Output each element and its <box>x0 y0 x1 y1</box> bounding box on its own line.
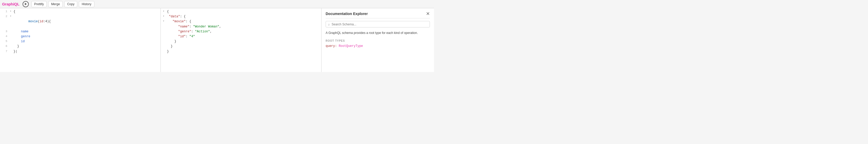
editor-line-3: 3 xxxxname <box>0 29 160 34</box>
editor-panel[interactable]: 1 ▾ { 2 ▾ movie(id:4){ 3 xxxxname 4 xxxx… <box>0 8 161 72</box>
history-button[interactable]: History <box>79 1 94 7</box>
doc-search-bar[interactable]: ⌕ <box>326 21 430 28</box>
result-line-4: xxxxxx"name": "Wonder Woman", <box>161 24 321 29</box>
result-panel: ▾ { ▾ x"data": { ▾ xxx"movie": { xxxxxx"… <box>161 8 321 72</box>
run-button[interactable] <box>23 1 29 7</box>
result-line-1: ▾ { <box>161 9 321 14</box>
search-input[interactable] <box>332 23 428 26</box>
query-type-link[interactable]: RootQueryType <box>339 44 363 48</box>
close-button[interactable]: ✕ <box>426 11 430 16</box>
toolbar: GraphiQL Prettify Merge Copy History <box>0 0 434 8</box>
copy-button[interactable]: Copy <box>64 1 77 7</box>
editor-line-6: 6 xx} <box>0 44 160 49</box>
doc-header: Documentation Explorer ✕ <box>326 11 430 19</box>
result-line-9: } <box>161 49 321 54</box>
doc-explorer-panel: Documentation Explorer ✕ ⌕ A GraphQL sch… <box>321 8 434 72</box>
result-line-8: xx} <box>161 44 321 49</box>
prettify-button[interactable]: Prettify <box>31 1 46 7</box>
root-types-label: ROOT TYPES <box>326 39 430 42</box>
query-line: query: RootQueryType <box>326 44 430 48</box>
main-content: 1 ▾ { 2 ▾ movie(id:4){ 3 xxxxname 4 xxxx… <box>0 8 434 72</box>
result-line-5: xxxxxx"genre": "Action", <box>161 29 321 34</box>
result-line-7: xxxx} <box>161 39 321 44</box>
merge-button[interactable]: Merge <box>48 1 63 7</box>
result-line-3: ▾ xxx"movie": { <box>161 19 321 24</box>
svg-marker-0 <box>25 3 27 5</box>
editor-line-5: 5 xxxxid <box>0 39 160 44</box>
doc-description: A GraphQL schema provides a root type fo… <box>326 31 430 35</box>
app-title: GraphiQL <box>2 2 20 6</box>
editor-line-2: 2 ▾ movie(id:4){ <box>0 14 160 29</box>
query-keyword: query: <box>326 44 337 48</box>
doc-explorer-title: Documentation Explorer <box>326 12 368 16</box>
editor-line-1: 1 ▾ { <box>0 9 160 14</box>
result-line-2: ▾ x"data": { <box>161 14 321 19</box>
result-line-6: xxxxxx"id": "4" <box>161 34 321 39</box>
editor-line-7: 7 }| <box>0 49 160 54</box>
editor-line-4: 4 xxxxgenre <box>0 34 160 39</box>
search-icon: ⌕ <box>328 22 330 26</box>
